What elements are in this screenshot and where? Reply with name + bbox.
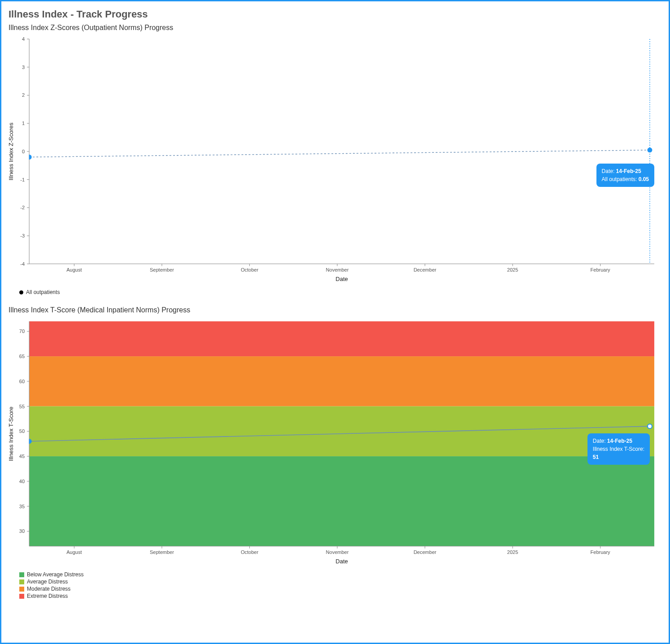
chart1-title: Illness Index Z-Scores (Outpatient Norms… [9, 24, 663, 32]
chart1-legend-label: All outpatients [26, 289, 60, 295]
svg-text:August: August [66, 549, 82, 555]
svg-text:2025: 2025 [507, 549, 518, 555]
svg-text:45: 45 [19, 454, 25, 459]
svg-text:-1: -1 [20, 177, 25, 182]
chart-zscore-block: Illness Index Z-Scores (Outpatient Norms… [7, 24, 663, 295]
chart2-point-1[interactable] [648, 424, 652, 428]
band-below [29, 456, 654, 546]
band-average [29, 406, 654, 456]
chart1-svg: -4 -3 -2 -1 0 1 2 3 4 August September O… [7, 35, 663, 286]
square-icon [19, 587, 24, 592]
chart1-y-ticks: -4 -3 -2 -1 0 1 2 3 4 [20, 36, 29, 267]
svg-text:December: December [413, 267, 436, 272]
svg-text:0: 0 [22, 149, 25, 154]
chart2-x-ticks: August September October November Decemb… [66, 546, 610, 555]
chart2-ylabel: Illness Index T-Score [8, 406, 14, 461]
legend-below: Below Average Distress [27, 571, 84, 578]
svg-text:3: 3 [22, 65, 25, 70]
chart2-svg: 30 35 40 45 50 55 60 65 70 August Septem… [7, 317, 663, 569]
svg-text:November: November [326, 549, 349, 555]
svg-text:55: 55 [19, 404, 25, 409]
page-title: Illness Index - Track Progress [9, 9, 663, 20]
chart1-plot-wrap[interactable]: -4 -3 -2 -1 0 1 2 3 4 August September O… [7, 35, 663, 286]
svg-text:September: September [150, 549, 174, 555]
svg-text:February: February [591, 267, 611, 272]
svg-text:October: October [241, 267, 258, 272]
chart2-title: Illness Index T-Score (Medical Inpatient… [9, 306, 663, 314]
svg-text:4: 4 [22, 36, 25, 42]
svg-text:-3: -3 [20, 233, 25, 238]
svg-text:35: 35 [19, 504, 25, 509]
svg-text:1: 1 [22, 121, 25, 126]
chart2-y-ticks: 30 35 40 45 50 55 60 65 70 [19, 328, 29, 534]
svg-text:30: 30 [19, 528, 25, 534]
svg-text:70: 70 [19, 328, 25, 334]
square-icon [19, 594, 24, 599]
svg-text:-4: -4 [20, 261, 25, 267]
band-extreme [29, 321, 654, 356]
chart2-legend: Below Average Distress Average Distress … [19, 571, 663, 599]
dot-icon [19, 290, 23, 294]
svg-text:-2: -2 [20, 205, 25, 210]
svg-text:2: 2 [22, 92, 25, 98]
svg-text:February: February [591, 549, 611, 555]
legend-moderate: Moderate Distress [27, 586, 70, 592]
svg-text:2025: 2025 [507, 267, 518, 272]
chart2-xlabel: Date [335, 558, 348, 565]
svg-text:40: 40 [19, 479, 25, 484]
chart1-ylabel: Illness Index Z-Scores [8, 122, 14, 180]
band-moderate [29, 356, 654, 406]
chart2-plot-wrap[interactable]: 30 35 40 45 50 55 60 65 70 August Septem… [7, 317, 663, 569]
svg-text:50: 50 [19, 428, 25, 434]
svg-text:December: December [413, 549, 436, 555]
svg-text:November: November [326, 267, 349, 272]
legend-extreme: Extreme Distress [27, 593, 68, 599]
legend-average: Average Distress [27, 579, 68, 585]
chart1-legend: All outpatients [19, 289, 663, 295]
chart1-series-line [29, 150, 650, 157]
svg-text:60: 60 [19, 379, 25, 384]
square-icon [19, 572, 24, 577]
svg-text:September: September [150, 267, 174, 272]
svg-text:August: August [66, 267, 82, 272]
square-icon [19, 579, 24, 584]
svg-text:October: October [241, 549, 258, 555]
svg-text:65: 65 [19, 354, 25, 359]
chart1-x-ticks: August September October November Decemb… [66, 264, 610, 272]
chart1-point-1[interactable] [648, 148, 652, 152]
chart1-xlabel: Date [335, 276, 348, 282]
chart1-point-0[interactable] [29, 155, 31, 159]
chart-tscore-block: Illness Index T-Score (Medical Inpatient… [7, 306, 663, 599]
